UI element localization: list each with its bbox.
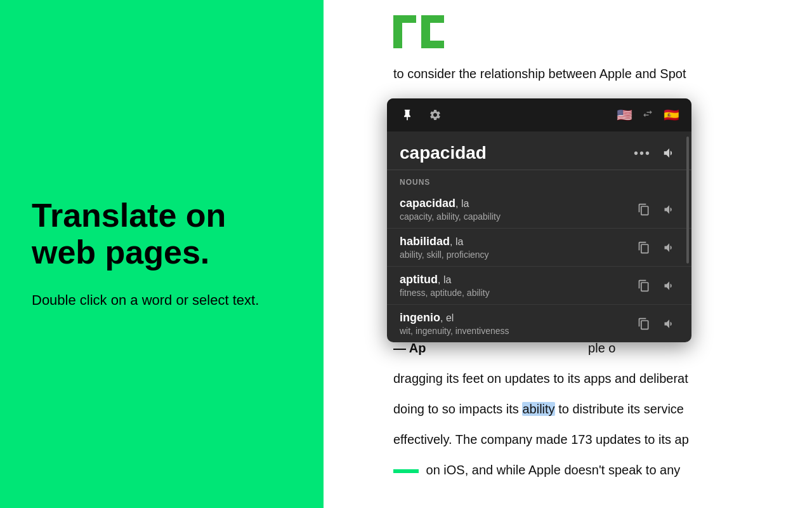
article-line-1: to consider the relationship between App… (393, 64, 812, 84)
speak-word-button[interactable] (660, 144, 679, 163)
noun-word: ingenio (400, 311, 440, 324)
article-ios-line: on iOS, and while Apple doesn't speak to… (393, 460, 812, 480)
article-doing-line: doing to so impacts its ability to distr… (393, 399, 812, 419)
noun-actions (634, 238, 679, 257)
noun-rows-container: capacidad, la capacity, ability, capabil… (387, 190, 691, 342)
noun-article: , la (450, 236, 463, 247)
speak-noun-button[interactable] (660, 238, 679, 257)
noun-text-block: capacidad, la capacity, ability, capabil… (400, 197, 634, 222)
noun-text-block: habilidad, la ability, skill, proficienc… (400, 235, 634, 260)
copy-noun-button[interactable] (634, 314, 653, 333)
speak-noun-button[interactable] (660, 200, 679, 219)
noun-row: habilidad, la ability, skill, proficienc… (387, 229, 691, 267)
speak-noun-button[interactable] (660, 276, 679, 295)
noun-word-line: habilidad, la (400, 235, 634, 248)
noun-word: aptitud (400, 273, 438, 286)
noun-word-line: aptitud, la (400, 273, 634, 286)
noun-article: , la (455, 198, 469, 209)
noun-text-block: ingenio, el wit, ingenuity, inventivenes… (400, 311, 634, 336)
article-panel: to consider the relationship between App… (324, 0, 812, 508)
noun-word: capacidad (400, 197, 455, 210)
noun-translations: capacity, ability, capability (400, 211, 634, 222)
swap-languages-button[interactable] (642, 108, 653, 123)
noun-article: , el (440, 312, 454, 323)
speak-noun-button[interactable] (660, 314, 679, 333)
site-logo (324, 0, 812, 64)
noun-translations: fitness, aptitude, ability (400, 288, 634, 298)
target-flag: 🇪🇸 (661, 105, 681, 125)
noun-word: habilidad (400, 235, 450, 248)
highlighted-word: ability (522, 402, 554, 416)
popup-scrollbar[interactable] (686, 137, 689, 264)
nouns-section-label: NOUNS (387, 170, 691, 190)
translated-word: capacidad (400, 143, 634, 163)
svg-rect-4 (421, 41, 444, 48)
promo-panel: Translate on web pages. Double click on … (0, 0, 324, 508)
article-dragging-line: dragging its feet on updates to its apps… (393, 368, 812, 389)
noun-article: , la (438, 274, 451, 285)
promo-subtext: Double click on a word or select text. (32, 291, 292, 311)
article-effectively-line: effectively. The company made 173 update… (393, 429, 812, 450)
source-flag: 🇺🇸 (614, 105, 634, 125)
settings-button[interactable] (425, 105, 445, 125)
more-options-button[interactable]: ••• (634, 146, 651, 161)
bold-text: — Ap (393, 341, 429, 355)
pin-button[interactable] (397, 105, 417, 125)
word-actions: ••• (634, 144, 679, 163)
noun-actions (634, 276, 679, 295)
noun-row: aptitud, la fitness, aptitude, ability (387, 267, 691, 305)
copy-noun-button[interactable] (634, 276, 653, 295)
noun-actions (634, 314, 679, 333)
noun-word-line: capacidad, la (400, 197, 634, 210)
noun-translations: wit, ingenuity, inventiveness (400, 326, 634, 336)
noun-translations: ability, skill, proficiency (400, 250, 634, 260)
noun-row: capacidad, la capacity, ability, capabil… (387, 190, 691, 229)
translation-popup: 🇺🇸 🇪🇸 capacidad ••• NOUNS (387, 98, 691, 342)
copy-noun-button[interactable] (634, 200, 653, 219)
copy-noun-button[interactable] (634, 238, 653, 257)
svg-rect-1 (393, 23, 402, 48)
green-bar-decoration (393, 469, 419, 473)
noun-word-line: ingenio, el (400, 311, 634, 324)
noun-actions (634, 200, 679, 219)
popup-word-row: capacidad ••• (387, 131, 691, 170)
noun-row: ingenio, el wit, ingenuity, inventivenes… (387, 305, 691, 342)
popup-toolbar: 🇺🇸 🇪🇸 (387, 98, 691, 131)
promo-headline: Translate on web pages. (32, 197, 292, 270)
noun-text-block: aptitud, la fitness, aptitude, ability (400, 273, 634, 298)
svg-rect-0 (393, 15, 416, 23)
